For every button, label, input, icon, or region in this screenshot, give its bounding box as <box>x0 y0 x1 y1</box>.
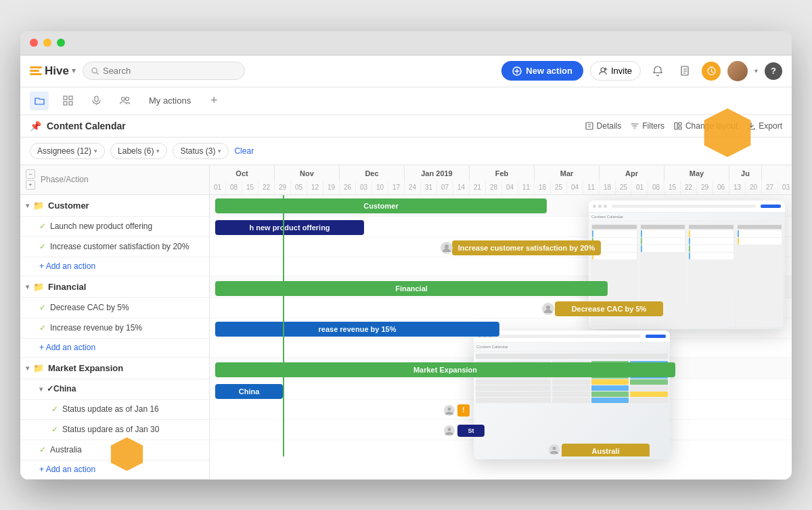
search-input[interactable] <box>103 66 236 76</box>
week-10: 10 <box>372 181 388 194</box>
svg-point-5 <box>601 68 605 72</box>
hex-decoration-top <box>700 106 754 160</box>
today-line <box>283 195 284 456</box>
timer-button[interactable] <box>702 62 721 81</box>
kanban-col-4 <box>736 224 784 327</box>
bar-customer-sat[interactable]: Increase customer satisfaction by 20% <box>452 240 601 255</box>
phase-row-market[interactable]: ▾ 📁 Market Expansion <box>20 358 209 379</box>
svg-point-37 <box>448 427 451 431</box>
avatar-image <box>727 61 748 81</box>
filter-bar: Assignees (12) ▾ Labels (6) ▾ Status (3)… <box>20 137 792 165</box>
table-col-headers <box>476 354 668 359</box>
collapse-btn-1[interactable]: − <box>26 169 35 179</box>
collapse-btn-2[interactable]: + <box>26 180 35 190</box>
phase-row-customer[interactable]: ▾ 📁 Customer <box>20 195 209 217</box>
action-row-customer-sat[interactable]: ✓ Increase customer satisfaction by 20% <box>20 237 209 257</box>
maximize-dot[interactable] <box>57 39 65 47</box>
details-button[interactable]: Details <box>585 121 622 131</box>
check-icon-7: ✓ <box>39 445 46 454</box>
tab-grid[interactable] <box>58 91 77 110</box>
doc-button[interactable] <box>675 61 695 81</box>
avatar[interactable] <box>727 61 748 81</box>
bar-customer-phase[interactable]: Customer <box>215 198 547 213</box>
svg-line-1 <box>97 72 98 74</box>
month-may: May <box>664 166 729 181</box>
cell-4c <box>591 379 629 385</box>
chevron-market: ▾ <box>26 364 29 372</box>
kanban-col-header-3 <box>689 225 734 229</box>
gantt-left-panel: − + Phase/Action ▾ 📁 Customer ✓ Launch n… <box>20 165 210 480</box>
new-action-icon <box>512 66 522 76</box>
month-feb: Feb <box>470 166 535 181</box>
bar-new-product[interactable]: h new product offering <box>215 220 364 235</box>
add-tab-button[interactable]: + <box>206 93 222 109</box>
bar-financial-phase[interactable]: Financial <box>215 281 608 296</box>
search-box[interactable] <box>83 62 245 80</box>
add-action-customer[interactable]: + Add an action <box>20 257 209 276</box>
assignees-filter[interactable]: Assignees (12) ▾ <box>30 143 105 159</box>
kanban-col-3 <box>687 224 735 327</box>
action-row-new-product[interactable]: ✓ Launch new product offering <box>20 217 209 237</box>
check-icon-4: ✓ <box>39 323 46 333</box>
table-ss-search <box>497 335 641 338</box>
calendar-title: Content Calendar <box>47 121 585 131</box>
notification-button[interactable] <box>648 61 668 81</box>
tab-people[interactable] <box>115 91 134 110</box>
month-apr: Apr <box>600 166 664 181</box>
week-12: 12 <box>307 181 323 194</box>
action-row-decrease-cac[interactable]: ✓ Decrease CAC by 5% <box>20 298 209 318</box>
svg-point-39 <box>553 446 556 450</box>
kanban-header <box>589 200 785 213</box>
check-icon-china: ✓ <box>47 384 53 394</box>
sub-phase-china[interactable]: ▾ ✓ China <box>20 379 209 400</box>
check-icon-2: ✓ <box>39 242 46 251</box>
ss-dot-3 <box>604 205 607 208</box>
svg-point-23 <box>125 98 129 101</box>
tab-mic[interactable] <box>87 91 106 110</box>
bar-australia[interactable]: Australi <box>562 444 650 456</box>
bar-increase-rev[interactable]: rease revenue by 15% <box>215 322 499 337</box>
my-actions-label: My actions <box>149 95 191 106</box>
status-label: Status (3) <box>180 146 215 156</box>
bar-label-financial: Financial <box>395 284 428 293</box>
ss-title-text: Content Calendar <box>591 215 623 219</box>
action-row-increase-rev[interactable]: ✓ Increase revenue by 15% <box>20 318 209 339</box>
tab-folder[interactable] <box>30 91 49 110</box>
bar-avatar-australia <box>548 444 560 456</box>
my-actions-tab[interactable]: My actions <box>143 93 196 108</box>
minimize-dot[interactable] <box>43 39 51 47</box>
week-06b: 06 <box>713 181 729 194</box>
action-name-decrease-cac: Decrease CAC by 5% <box>50 303 129 312</box>
close-dot[interactable] <box>30 39 38 47</box>
labels-filter[interactable]: Labels (6) ▾ <box>110 143 167 159</box>
bell-icon <box>652 66 663 77</box>
help-button[interactable]: ? <box>765 62 782 80</box>
cell-4a <box>476 379 551 385</box>
kanban-card-3d <box>689 253 734 259</box>
action-row-status1[interactable]: ✓ Status update as of Jan 16 <box>20 400 209 420</box>
add-action-financial[interactable]: + Add an action <box>20 339 209 358</box>
status-filter[interactable]: Status (3) ▾ <box>173 143 229 159</box>
bar-china[interactable]: China <box>215 384 283 399</box>
bar-label-cac: Decrease CAC by 5% <box>572 305 647 313</box>
week-03b: 03 <box>778 181 792 194</box>
month-row: Oct Nov Dec Jan 2019 Feb Mar Apr May Ju <box>210 166 792 181</box>
mic-icon <box>91 95 102 106</box>
mac-window: Hive ▾ New action <box>20 31 792 480</box>
bar-status2-stub[interactable]: St <box>457 425 484 437</box>
new-action-button[interactable]: New action <box>501 61 583 81</box>
svg-point-0 <box>92 68 97 72</box>
kanban-col-header-1 <box>592 225 637 229</box>
phase-name-market: Market Expansion <box>48 363 123 373</box>
filters-button[interactable]: Filters <box>631 121 664 131</box>
invite-label: Invite <box>611 66 632 76</box>
invite-button[interactable]: Invite <box>590 61 641 81</box>
logo[interactable]: Hive ▾ <box>30 64 76 78</box>
bar-market-phase[interactable]: Market Expansion <box>215 362 675 377</box>
phase-row-financial[interactable]: ▾ 📁 Financial <box>20 276 209 298</box>
clear-button[interactable]: Clear <box>234 146 254 156</box>
status2-icons: St <box>443 425 484 437</box>
bar-decrease-cac[interactable]: Decrease CAC by 5% <box>555 301 663 316</box>
doc-icon <box>680 66 690 76</box>
cell-7a <box>476 398 551 403</box>
